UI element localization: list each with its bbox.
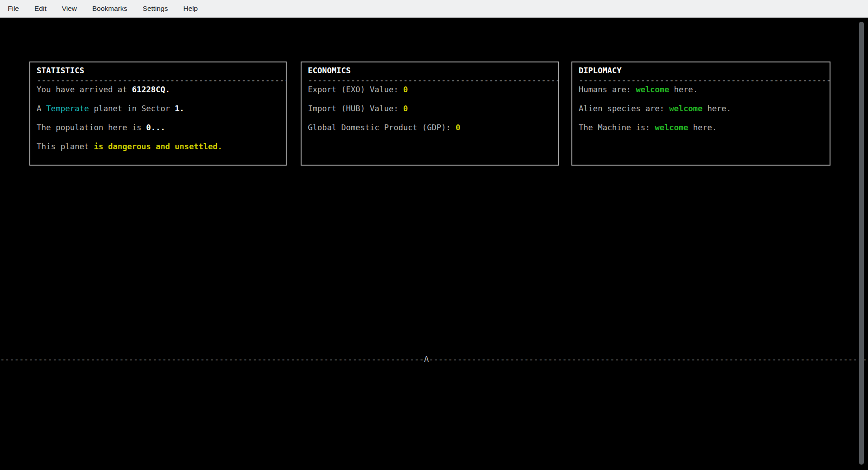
- panel-statistics: STATISTICS------------------------------…: [29, 62, 287, 166]
- menu-settings[interactable]: Settings: [135, 0, 176, 17]
- text-segment: This planet: [37, 142, 94, 151]
- text-segment: welcome: [669, 104, 703, 113]
- text-segment: Temperate: [46, 104, 89, 113]
- panel-text-line: The Machine is: welcome here.: [572, 123, 830, 133]
- panel-title: ECONOMICS: [302, 66, 558, 76]
- panel-separator: ----------------------------------------…: [30, 76, 286, 85]
- map-divider-line: ----------------------------------------…: [0, 355, 868, 364]
- menu-bar: FileEditViewBookmarksSettingsHelp: [0, 0, 868, 18]
- text-segment: 0: [456, 123, 461, 132]
- menu-file[interactable]: File: [0, 0, 27, 17]
- panel-text-line: This planet is dangerous and unsettled.: [30, 142, 286, 152]
- text-segment: Global Domestic Product (GDP):: [308, 123, 456, 132]
- text-segment: welcome: [655, 123, 689, 132]
- text-segment: here.: [703, 104, 731, 113]
- konsole-window: FileEditViewBookmarksSettingsHelp STATIS…: [0, 0, 868, 470]
- blank-line: [30, 114, 286, 123]
- blank-line: [302, 133, 558, 142]
- divider-dashes-right: ----------------------------------------…: [429, 355, 868, 364]
- menu-view[interactable]: View: [54, 0, 85, 17]
- blank-line: [302, 95, 558, 104]
- text-segment: The Machine is:: [579, 123, 655, 132]
- panel-separator: ----------------------------------------…: [572, 76, 830, 85]
- menu-help[interactable]: Help: [176, 0, 206, 17]
- panel-diplomacy: DIPLOMACY-------------------------------…: [571, 62, 830, 166]
- panel-economics: ECONOMICS-------------------------------…: [301, 62, 559, 166]
- scrollbar-thumb[interactable]: [859, 22, 864, 465]
- menu-bookmarks[interactable]: Bookmarks: [85, 0, 135, 17]
- blank-line: [30, 133, 286, 142]
- text-segment: Export (EXO) Value:: [308, 85, 403, 94]
- blank-line: [302, 114, 558, 123]
- panel-text-line: Global Domestic Product (GDP): 0: [302, 123, 558, 133]
- blank-line: [572, 114, 830, 123]
- text-segment: here.: [669, 85, 698, 94]
- text-segment: 0: [403, 85, 408, 94]
- text-segment: You have arrived at: [37, 85, 132, 94]
- panel-text-line: Alien species are: welcome here.: [572, 104, 830, 114]
- text-segment: Humans are:: [579, 85, 636, 94]
- text-segment: Alien species are:: [579, 104, 669, 113]
- text-segment: is dangerous and unsettled.: [94, 142, 222, 151]
- panel-title: DIPLOMACY: [572, 66, 830, 76]
- panel-text-line: Import (HUB) Value: 0: [302, 104, 558, 114]
- text-segment: A: [37, 104, 46, 113]
- text-segment: 0: [403, 104, 408, 113]
- blank-line: [572, 133, 830, 142]
- text-segment: 61228CQ.: [132, 85, 170, 94]
- panel-separator: ----------------------------------------…: [302, 76, 558, 85]
- panel-text-line: Humans are: welcome here.: [572, 85, 830, 95]
- blank-line: [572, 95, 830, 104]
- text-segment: Import (HUB) Value:: [308, 104, 403, 113]
- menu-edit[interactable]: Edit: [27, 0, 54, 17]
- blank-line: [30, 95, 286, 104]
- text-segment: here.: [688, 123, 717, 132]
- text-segment: 0...: [146, 123, 165, 132]
- terminal-screen: STATISTICS------------------------------…: [0, 18, 868, 470]
- text-segment: welcome: [636, 85, 669, 94]
- blank-line: [30, 152, 286, 161]
- panel-title: STATISTICS: [30, 66, 286, 76]
- divider-dashes-left: ----------------------------------------…: [0, 355, 424, 364]
- panel-text-line: The population here is 0...: [30, 123, 286, 133]
- panel-text-line: You have arrived at 61228CQ.: [30, 85, 286, 95]
- text-segment: 1.: [175, 104, 184, 113]
- text-segment: The population here is: [37, 123, 146, 132]
- text-segment: planet in Sector: [89, 104, 175, 113]
- panel-text-line: A Temperate planet in Sector 1.: [30, 104, 286, 114]
- player-position-marker: A: [424, 355, 429, 364]
- panel-text-line: Export (EXO) Value: 0: [302, 85, 558, 95]
